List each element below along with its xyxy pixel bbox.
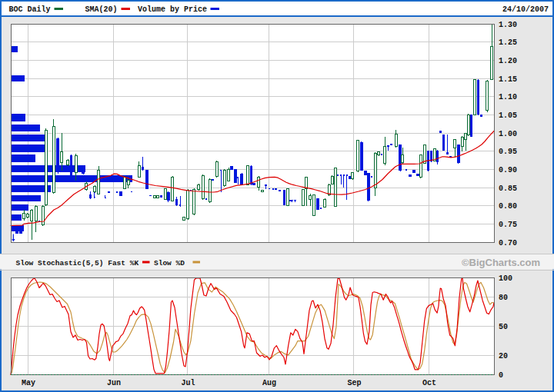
svg-text:Sep: Sep bbox=[348, 379, 362, 387]
svg-text:BOC Daily: BOC Daily bbox=[9, 5, 51, 14]
svg-text:1.05: 1.05 bbox=[499, 111, 517, 120]
svg-text:1.10: 1.10 bbox=[499, 93, 517, 101]
svg-text:Slow %D: Slow %D bbox=[154, 259, 185, 267]
svg-text:Oct: Oct bbox=[422, 379, 436, 387]
svg-text:0.95: 0.95 bbox=[499, 148, 517, 156]
svg-text:1.15: 1.15 bbox=[499, 75, 517, 84]
svg-text:1.30: 1.30 bbox=[499, 21, 517, 29]
svg-text:©BigCharts.com: ©BigCharts.com bbox=[462, 257, 540, 268]
svg-text:Jun: Jun bbox=[107, 379, 121, 387]
svg-text:0.80: 0.80 bbox=[499, 202, 517, 211]
svg-text:0.90: 0.90 bbox=[499, 166, 517, 174]
svg-text:24/10/2007: 24/10/2007 bbox=[502, 5, 549, 14]
svg-text:0.85: 0.85 bbox=[499, 184, 517, 193]
svg-text:1.00: 1.00 bbox=[499, 130, 517, 138]
svg-text:May: May bbox=[22, 379, 35, 387]
svg-text:50: 50 bbox=[499, 323, 508, 331]
svg-text:20: 20 bbox=[499, 352, 508, 360]
svg-text:Volume by Price: Volume by Price bbox=[138, 5, 207, 14]
svg-text:0: 0 bbox=[499, 371, 503, 380]
svg-text:80: 80 bbox=[499, 294, 508, 302]
svg-text:1.20: 1.20 bbox=[499, 57, 517, 65]
svg-text:1.25: 1.25 bbox=[499, 38, 517, 47]
svg-text:0.70: 0.70 bbox=[499, 239, 517, 247]
svg-text:SMA(20): SMA(20) bbox=[85, 5, 118, 14]
svg-text:100: 100 bbox=[499, 274, 512, 283]
svg-text:Slow Stochastic(5,5) Fast %K: Slow Stochastic(5,5) Fast %K bbox=[16, 259, 139, 267]
svg-text:Jul: Jul bbox=[182, 379, 195, 387]
svg-text:Aug: Aug bbox=[262, 379, 276, 387]
svg-text:0.75: 0.75 bbox=[499, 221, 517, 229]
